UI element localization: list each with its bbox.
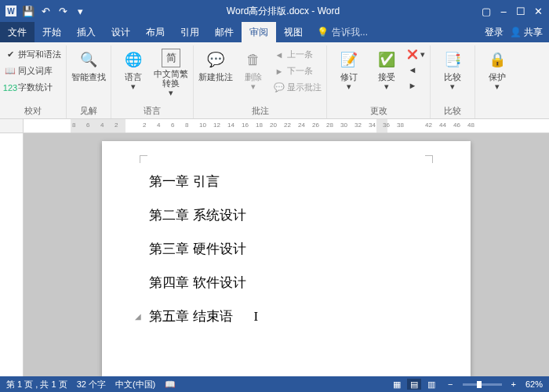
close-icon[interactable]: ✕ xyxy=(530,3,546,19)
ribbon-options-icon[interactable]: ▢ xyxy=(478,3,494,19)
ribbon: ✔拼写和语法 📖同义词库 123字数统计 校对 🔍 智能查找 见解 🌐 语言▾ … xyxy=(0,42,549,119)
delete-comment-button[interactable]: 🗑 删除▾ xyxy=(236,45,271,91)
ruler-tick: 20 xyxy=(270,122,277,129)
track-icon: 📝 xyxy=(338,49,360,71)
compare-button[interactable]: 📑 比较▾ xyxy=(435,45,470,91)
ruler-tick: 2 xyxy=(143,122,146,129)
statusbar: 第 1 页 , 共 1 页 32 个字 中文(中国) 📖 ▦ ▤ ▥ − + 6… xyxy=(0,376,549,392)
view-web-icon[interactable]: ▥ xyxy=(424,379,438,390)
thesaurus-button[interactable]: 📖同义词库 xyxy=(5,64,61,78)
tab-home[interactable]: 开始 xyxy=(35,22,69,42)
next-change-button[interactable]: ► xyxy=(407,78,425,93)
status-proof-icon[interactable]: 📖 xyxy=(165,379,176,390)
ruler-tick: 8 xyxy=(185,122,188,129)
spelling-button[interactable]: ✔拼写和语法 xyxy=(5,47,61,62)
reject-button[interactable]: ❌▾ xyxy=(407,47,425,61)
group-comments-label: 批注 xyxy=(198,103,322,118)
ruler-tick: 46 xyxy=(453,122,460,129)
group-protect-label xyxy=(480,115,514,118)
track-changes-button[interactable]: 📝 修订▾ xyxy=(332,45,366,91)
next-change-icon: ► xyxy=(407,80,418,91)
new-comment-button[interactable]: 💬 新建批注 xyxy=(198,45,233,82)
status-language[interactable]: 中文(中国) xyxy=(115,379,155,390)
login-link[interactable]: 登录 xyxy=(485,26,504,39)
chinese-convert-button[interactable]: 简 中文简繁转换▾ xyxy=(154,45,188,97)
ruler-tick: 14 xyxy=(227,122,235,129)
heading-5[interactable]: ◢ 第五章 结束语 I xyxy=(149,307,424,325)
tab-layout[interactable]: 布局 xyxy=(138,22,173,42)
ruler-tick: 6 xyxy=(86,122,89,129)
show-icon: 💬 xyxy=(274,82,285,93)
maximize-icon[interactable]: ☐ xyxy=(513,3,529,19)
group-compare-label: 比较 xyxy=(435,103,470,118)
tab-references[interactable]: 引用 xyxy=(173,22,207,42)
delete-icon: 🗑 xyxy=(242,49,264,71)
group-proofing: ✔拼写和语法 📖同义词库 123字数统计 校对 xyxy=(0,45,67,118)
redo-icon[interactable]: ↷ xyxy=(55,3,71,19)
zoom-level[interactable]: 62% xyxy=(525,379,543,389)
ruler-tick: 22 xyxy=(284,122,291,129)
outline-marker-icon: ◢ xyxy=(135,312,141,321)
tab-design[interactable]: 设计 xyxy=(104,22,138,42)
globe-icon: 🌐 xyxy=(122,49,144,71)
status-wordcount[interactable]: 32 个字 xyxy=(77,379,106,390)
view-read-icon[interactable]: ▦ xyxy=(390,379,404,390)
undo-icon[interactable]: ↶ xyxy=(38,3,53,19)
ruler-horizontal[interactable]: 8642246810121416182022242628303234363842… xyxy=(0,119,549,133)
bulb-icon: 💡 xyxy=(317,27,329,38)
ruler-corner xyxy=(0,119,24,132)
tell-me[interactable]: 💡告诉我... xyxy=(311,22,485,42)
ruler-tick: 28 xyxy=(326,122,333,129)
view-print-icon[interactable]: ▤ xyxy=(407,379,421,390)
tab-view[interactable]: 视图 xyxy=(276,22,311,42)
wordcount-button[interactable]: 123字数统计 xyxy=(5,80,61,95)
save-icon[interactable]: 💾 xyxy=(20,3,36,19)
qat-more-icon[interactable]: ▾ xyxy=(72,3,88,19)
prev-comment-button[interactable]: ◄上一条 xyxy=(274,47,322,62)
ruler-tick: 2 xyxy=(115,122,118,129)
ruler-tick: 6 xyxy=(171,122,174,129)
ruler-vertical[interactable] xyxy=(0,133,24,376)
ruler-tick: 26 xyxy=(312,122,319,129)
heading-4[interactable]: 第四章 软件设计 xyxy=(149,274,424,292)
ruler-tick: 24 xyxy=(298,122,305,129)
share-button[interactable]: 👤共享 xyxy=(510,26,543,39)
ruler-tick: 10 xyxy=(199,122,206,129)
page-viewport[interactable]: 第一章 引言 第二章 系统设计 第三章 硬件设计 第四章 软件设计 ◢ 第五章 … xyxy=(24,133,549,376)
language-button[interactable]: 🌐 语言▾ xyxy=(116,45,151,91)
protect-button[interactable]: 🔒 保护▾ xyxy=(480,45,514,91)
heading-2[interactable]: 第二章 系统设计 xyxy=(149,206,424,224)
tab-file[interactable]: 文件 xyxy=(0,22,35,42)
ruler-tick: 32 xyxy=(354,122,362,129)
tab-review[interactable]: 审阅 xyxy=(242,22,276,42)
minimize-icon[interactable]: ‒ xyxy=(496,3,511,19)
zoom-out-button[interactable]: − xyxy=(448,379,453,389)
window-controls: ▢ ‒ ☐ ✕ xyxy=(478,3,546,19)
ruler-tick: 30 xyxy=(340,122,347,129)
page[interactable]: 第一章 引言 第二章 系统设计 第三章 硬件设计 第四章 软件设计 ◢ 第五章 … xyxy=(102,141,471,376)
heading-1[interactable]: 第一章 引言 xyxy=(149,172,424,191)
titlebar: W 💾 ↶ ↷ ▾ Word高分排版.docx - Word ▢ ‒ ☐ ✕ xyxy=(0,0,549,22)
status-page[interactable]: 第 1 页 , 共 1 页 xyxy=(6,379,67,390)
prev-change-icon: ◄ xyxy=(407,64,418,75)
show-comments-button[interactable]: 💬显示批注 xyxy=(274,80,322,95)
account-area: 登录 👤共享 xyxy=(485,22,549,42)
heading-3[interactable]: 第三章 硬件设计 xyxy=(149,240,424,258)
view-buttons: ▦ ▤ ▥ xyxy=(390,379,438,390)
smart-lookup-button[interactable]: 🔍 智能查找 xyxy=(71,45,106,82)
tab-insert[interactable]: 插入 xyxy=(69,22,104,42)
ruler-tick: 18 xyxy=(256,122,263,129)
ruler-tick: 16 xyxy=(242,122,249,129)
count-icon: 123 xyxy=(5,82,16,93)
zoom-slider[interactable] xyxy=(463,383,502,386)
group-compare: 📑 比较▾ 比较 xyxy=(431,45,475,118)
accept-button[interactable]: ✅ 接受▾ xyxy=(369,45,404,91)
next-comment-button[interactable]: ►下一条 xyxy=(274,64,322,78)
tab-mailings[interactable]: 邮件 xyxy=(207,22,242,42)
group-tracking: 📝 修订▾ ✅ 接受▾ ❌▾ ◄ ► 更改 xyxy=(327,45,431,118)
zoom-in-button[interactable]: + xyxy=(511,379,516,389)
group-protect: 🔒 保护▾ xyxy=(475,45,519,118)
prev-change-button[interactable]: ◄ xyxy=(407,63,425,77)
group-language-label: 语言 xyxy=(116,103,188,118)
lock-icon: 🔒 xyxy=(486,49,508,71)
